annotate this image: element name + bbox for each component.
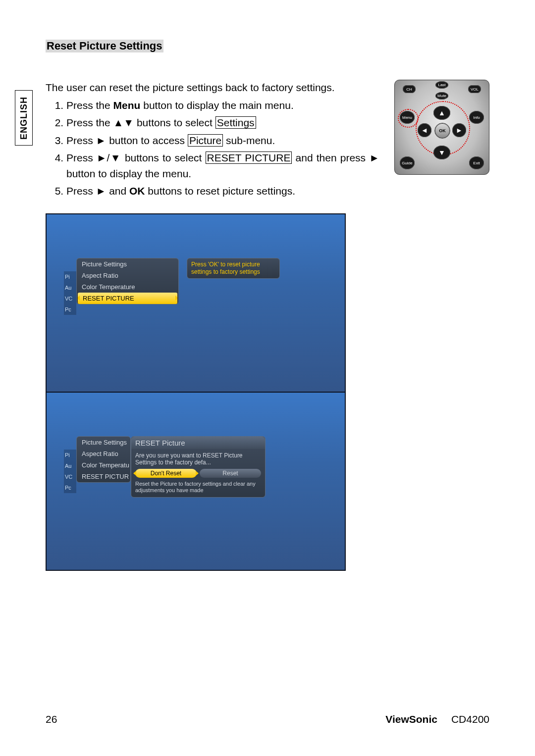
reset-dialog: RESET Picture Are you sure you want to R… [131, 436, 266, 498]
instructions: The user can reset the picture settings … [46, 80, 379, 201]
menu-aspect-ratio: Aspect Ratio [77, 270, 178, 281]
page-number: 26 [46, 713, 57, 725]
dialog-question: Are you sure you want to RESET Picture S… [135, 452, 261, 466]
step-4: Press ►/▼ buttons to select RESET PICTUR… [66, 150, 379, 181]
menu2-aspect-ratio: Aspect Ratio [77, 448, 130, 459]
footer-brand: ViewSonic [385, 713, 437, 725]
side-vc: VC [64, 293, 76, 304]
reset-picture-boxed: RESET PICTURE [206, 151, 292, 164]
menu-panel-1: Picture Settings Aspect Ratio Color Temp… [76, 258, 179, 304]
info-button: Info [469, 111, 484, 124]
dialog-title: RESET Picture [131, 437, 265, 449]
page-footer: 26 ViewSonicCD4200 [46, 713, 489, 725]
dialog-desc: Reset the Picture to factory settings an… [135, 481, 261, 495]
menu-picture-settings: Picture Settings [77, 258, 178, 270]
step-2: Press the ▲▼ buttons to select Settings [66, 115, 379, 131]
menu-panel-2: Picture Settings Aspect Ratio Color Temp… [76, 436, 131, 483]
down-button: ▼ [433, 146, 450, 159]
side-au-2: Au [64, 460, 76, 471]
step-5: Press ► and OK buttons to reset picture … [66, 183, 379, 199]
right-button: ► [452, 123, 466, 137]
ch-button: CH [403, 85, 416, 93]
step-3: Press ► button to access Picture sub-men… [66, 133, 379, 149]
menu-highlight-ring [398, 109, 419, 128]
step-1: Press the Menu button to display the mai… [66, 98, 379, 113]
side-pi-2: Pi [64, 450, 76, 460]
menu-reset-picture: RESET PICTURE [78, 293, 177, 304]
exit-button: Exit [469, 156, 484, 169]
guide-button: Guide [400, 156, 415, 169]
ok-button: OK [434, 123, 450, 139]
section-title: Reset Picture Settings [46, 40, 163, 52]
hint-box: Press 'OK' to reset picture settings to … [187, 258, 280, 279]
dont-reset-button: Don't Reset [135, 469, 197, 478]
last-button: Last [435, 81, 448, 89]
remote-illustration: CH VOL Last Mute Menu Info Guide Exit ▲ … [394, 80, 489, 175]
menu2-color-temp: Color Temperatu [77, 459, 130, 471]
language-label: ENGLISH [19, 96, 29, 139]
language-tab: ENGLISH [15, 90, 33, 146]
menu-color-temperature: Color Temperature [77, 281, 178, 293]
up-button: ▲ [433, 106, 450, 120]
menu2-reset-picture: RESET PICTUR [77, 471, 130, 482]
reset-button: Reset [200, 469, 261, 478]
vol-button: VOL [468, 85, 481, 93]
mute-button: Mute [435, 92, 448, 100]
side-pc: Pc [64, 304, 76, 315]
side-pi: Pi [64, 271, 76, 282]
left-button: ◄ [418, 123, 431, 137]
side-pc-2: Pc [64, 482, 76, 493]
menu2-picture-settings: Picture Settings [77, 437, 130, 448]
picture-boxed: Picture [188, 134, 223, 147]
screenshot-1: Pi Au VC Pc Picture Settings Aspect Rati… [46, 213, 346, 393]
footer-model: CD4200 [451, 713, 489, 725]
intro-text: The user can reset the picture settings … [46, 80, 379, 96]
side-au: Au [64, 282, 76, 293]
side-vc-2: VC [64, 471, 76, 482]
screenshot-2: Pi Au VC Pc Picture Settings Aspect Rati… [46, 393, 346, 571]
settings-boxed: Settings [215, 116, 256, 129]
